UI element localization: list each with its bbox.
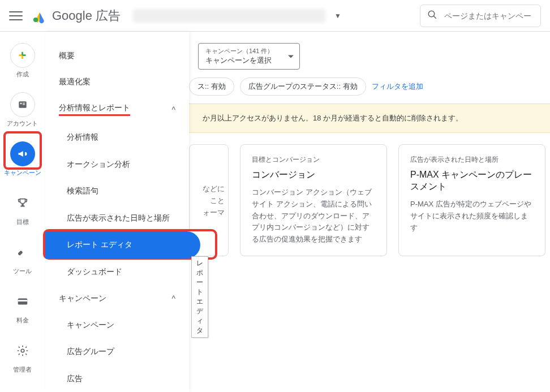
gear-icon: [10, 338, 35, 363]
card-conv-title: コンバージョン: [252, 169, 375, 181]
svg-point-0: [33, 17, 38, 21]
search-icon: [427, 10, 437, 21]
main-content: キャンペーン（141 件） キャンペーンを選択 ス:: 有効 広告グループのステ…: [189, 32, 550, 392]
trophy-icon: [10, 191, 35, 216]
menu-insights[interactable]: 分析情報: [45, 124, 189, 151]
report-cards-row: . . などに こと ォーマ 目標とコンバージョン コンバージョン コンバージョ…: [189, 133, 550, 256]
add-filter-link[interactable]: フィルタを追加: [372, 81, 423, 92]
rail-account-label: アカウント: [7, 119, 38, 128]
left-rail: + 作成 アカウント キャンペーン 目標 ツール 料金 管理者: [0, 32, 45, 392]
tooltip-report-editor: レポート エディタ: [191, 256, 208, 338]
svg-rect-5: [23, 103, 25, 104]
brand-text: Google 広告: [52, 7, 121, 24]
card-left-line1: などに: [203, 184, 225, 193]
card-left-line2: こと: [210, 196, 225, 205]
tools-icon: [10, 240, 35, 265]
banner-text: か月以上アクセスがありません。18 か月が経過すると自動的に削除されます。: [203, 114, 463, 122]
menu-overview[interactable]: 概要: [45, 43, 189, 69]
campaign-selector-row: キャンペーン（141 件） キャンペーンを選択: [189, 32, 550, 74]
rail-goals[interactable]: 目標: [2, 191, 43, 226]
card-pmax-placement[interactable]: 広告が表示された日時と場所 P-MAX キャンペーンのプレースメント P-MAX…: [398, 144, 545, 256]
rail-admin-label: 管理者: [13, 365, 32, 374]
account-switcher-caret-icon[interactable]: ▼: [334, 12, 341, 20]
rail-billing-label: 料金: [16, 316, 29, 325]
menu-campaigns-section-label: キャンペーン: [59, 294, 106, 304]
menu-ad-groups[interactable]: 広告グループ: [45, 338, 189, 365]
card-conversions[interactable]: 目標とコンバージョン コンバージョン コンバージョン アクション（ウェブサイト …: [240, 144, 387, 256]
campaign-selector[interactable]: キャンペーン（141 件） キャンペーンを選択: [198, 43, 300, 70]
chevron-up-icon: ^: [171, 105, 175, 114]
svg-rect-6: [23, 104, 25, 105]
search-box[interactable]: [420, 5, 541, 27]
account-icon: [10, 92, 35, 117]
card-conv-eyebrow: 目標とコンバージョン: [252, 155, 375, 165]
card-pmax-body: P-MAX 広告が特定のウェブページやサイトに表示された頻度を確認します: [410, 199, 534, 234]
svg-point-9: [21, 349, 24, 352]
rail-tools[interactable]: ツール: [2, 240, 43, 275]
card-left-line3: ォーマ: [203, 208, 225, 217]
svg-point-1: [428, 11, 435, 17]
menu-ads[interactable]: 広告: [45, 365, 189, 392]
search-input[interactable]: [443, 11, 534, 21]
menu-insights-reports[interactable]: 分析情報とレポート ^: [45, 95, 189, 124]
menu-recommendations[interactable]: 最適化案: [45, 69, 189, 95]
card-conv-body: コンバージョン アクション（ウェブサイト アクション、電話による問い合わせ、アプ…: [252, 187, 375, 245]
filter-chip-row: ス:: 有効 広告グループのステータス:: 有効 フィルタを追加: [189, 74, 550, 104]
menu-campaigns[interactable]: キャンペーン: [45, 312, 189, 339]
rail-create-label: 作成: [16, 70, 29, 79]
topbar: Google 広告 ▼: [0, 0, 550, 32]
menu-overview-label: 概要: [59, 51, 75, 61]
svg-line-2: [433, 16, 436, 19]
caret-down-icon: [288, 55, 294, 58]
svg-rect-8: [18, 300, 27, 301]
menu-dashboard[interactable]: ダッシュボード: [45, 259, 189, 286]
account-name-redacted: [133, 9, 325, 23]
hamburger-menu-icon[interactable]: [9, 9, 23, 23]
rail-account[interactable]: アカウント: [2, 92, 43, 128]
menu-recommendations-label: 最適化案: [59, 77, 91, 87]
campaign-count-label: キャンペーン（141 件）: [205, 47, 282, 55]
menu-search-terms[interactable]: 検索語句: [45, 178, 189, 205]
rail-billing[interactable]: 料金: [2, 289, 43, 325]
menu-insights-reports-label: 分析情報とレポート: [59, 103, 130, 116]
logo[interactable]: Google 広告: [32, 7, 121, 24]
inactive-warning-banner: か月以上アクセスがありません。18 か月が経過すると自動的に削除されます。: [189, 104, 550, 133]
rail-campaign-label: キャンペーン: [4, 169, 41, 177]
svg-rect-4: [20, 103, 22, 105]
card-icon: [10, 289, 35, 314]
rail-campaign[interactable]: キャンペーン: [2, 141, 43, 177]
menu-report-editor[interactable]: レポート エディタ: [45, 231, 200, 259]
chip-adgroup-status[interactable]: 広告グループのステータス:: 有効: [240, 77, 366, 96]
card-pmax-eyebrow: 広告が表示された日時と場所: [410, 155, 534, 165]
rail-tools-label: ツール: [13, 267, 32, 275]
megaphone-icon: [10, 141, 35, 166]
chevron-up-icon: ^: [171, 294, 175, 303]
card-pmax-title: P-MAX キャンペーンのプレースメント: [410, 169, 534, 193]
chip-status-partial[interactable]: ス:: 有効: [189, 77, 234, 96]
google-ads-logo-icon: [32, 8, 48, 24]
rail-create[interactable]: + 作成: [2, 43, 43, 79]
plus-icon: +: [10, 43, 35, 68]
menu-campaigns-section[interactable]: キャンペーン ^: [45, 286, 189, 312]
rail-admin[interactable]: 管理者: [2, 338, 43, 374]
side-menu: 概要 最適化案 分析情報とレポート ^ 分析情報 オークション分析 検索語句 広…: [45, 32, 189, 392]
campaign-select-value: キャンペーンを選択: [205, 55, 282, 66]
menu-when-where[interactable]: 広告が表示された日時と場所: [45, 205, 189, 232]
menu-auction[interactable]: オークション分析: [45, 151, 189, 178]
rail-goals-label: 目標: [16, 218, 29, 226]
